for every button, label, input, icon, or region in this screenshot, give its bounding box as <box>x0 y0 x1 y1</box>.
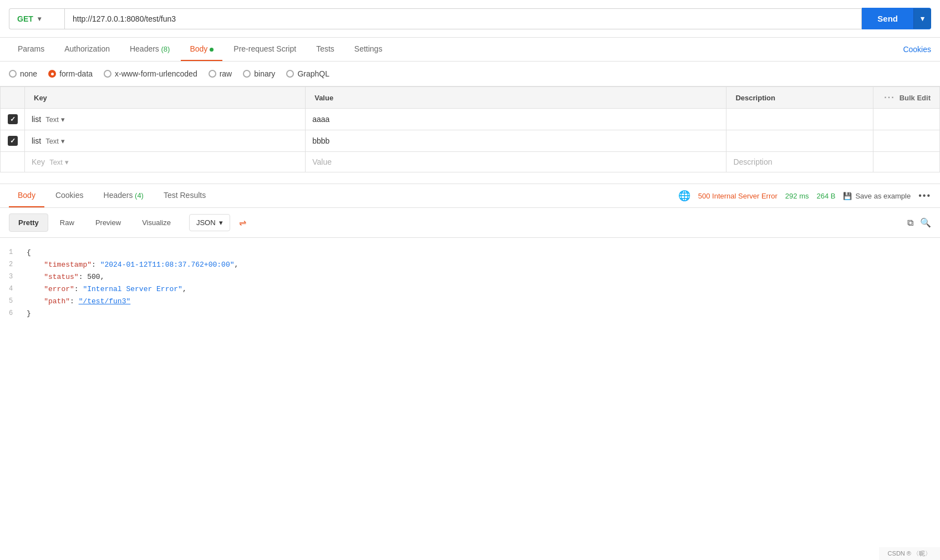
row3-extra <box>873 152 940 172</box>
radio-none-circle <box>9 70 17 78</box>
save-example-label: Save as example <box>855 192 911 200</box>
more-options-icon[interactable]: ··· <box>884 93 895 103</box>
row3-key-placeholder[interactable]: Key <box>32 157 45 166</box>
json-format-label: JSON <box>196 218 216 227</box>
row1-value-cell[interactable]: aaaa <box>306 109 726 130</box>
code-line-6: 6 } <box>0 308 940 320</box>
radio-none[interactable]: none <box>9 69 37 78</box>
method-chevron: ▾ <box>38 15 41 23</box>
row2-checkbox[interactable] <box>8 136 18 146</box>
response-time: 292 ms <box>785 192 809 200</box>
table-row: Key Text ▾ Value Description <box>1 152 940 172</box>
fmt-tab-visualize[interactable]: Visualize <box>133 213 180 232</box>
col-description: Description <box>726 87 873 109</box>
row2-checkbox-cell[interactable] <box>1 130 25 152</box>
code-line-5: 5 "path": "/test/fun3" <box>0 296 940 308</box>
method-selector[interactable]: GET ▾ <box>9 8 64 29</box>
row3-type-label: Text <box>49 158 63 166</box>
row1-desc-cell[interactable] <box>726 109 873 130</box>
bulk-edit-label[interactable]: Bulk Edit <box>900 94 931 102</box>
request-tabs: Params Authorization Headers (8) Body Pr… <box>0 38 940 62</box>
row1-type-label: Text <box>45 115 59 124</box>
row2-type-label: Text <box>45 137 59 145</box>
send-button[interactable]: Send ▾ <box>862 8 931 29</box>
save-icon: 💾 <box>843 192 852 200</box>
url-bar: GET ▾ Send ▾ <box>0 0 940 38</box>
resp-tab-headers[interactable]: Headers (4) <box>95 184 153 207</box>
code-line-4: 4 "error": "Internal Server Error", <box>0 283 940 296</box>
row1-type-dropdown[interactable]: Text ▾ <box>45 115 65 124</box>
row2-key[interactable]: list <box>32 136 41 145</box>
format-tabs-bar: Pretty Raw Preview Visualize JSON ▾ ⇌ ⧉ … <box>0 208 940 238</box>
send-chevron[interactable]: ▾ <box>913 8 931 29</box>
tab-tests[interactable]: Tests <box>307 38 343 61</box>
row1-checkbox-cell[interactable] <box>1 109 25 130</box>
row1-checkbox[interactable] <box>8 114 18 124</box>
code-view: 1 { 2 "timestamp": "2024-01-12T11:08:37.… <box>0 238 940 329</box>
row3-type-dropdown[interactable]: Text ▾ <box>49 158 69 166</box>
send-label: Send <box>862 8 913 29</box>
tab-settings[interactable]: Settings <box>345 38 392 61</box>
resp-tab-cookies[interactable]: Cookies <box>47 184 93 207</box>
url-input[interactable] <box>64 8 862 29</box>
table-row: list Text ▾ bbbb <box>1 130 940 152</box>
method-label: GET <box>17 14 33 23</box>
row3-type-chevron: ▾ <box>65 158 69 166</box>
response-section: Body Cookies Headers (4) Test Results 🌐 … <box>0 184 940 329</box>
json-format-chevron: ▾ <box>219 218 223 227</box>
radio-form-data[interactable]: form-data <box>48 69 93 78</box>
tab-params[interactable]: Params <box>9 38 53 61</box>
globe-icon: 🌐 <box>678 190 690 202</box>
table-row: list Text ▾ aaaa <box>1 109 940 130</box>
tab-pre-request[interactable]: Pre-request Script <box>225 38 305 61</box>
row2-value-cell[interactable]: bbbb <box>306 130 726 152</box>
cookies-link[interactable]: Cookies <box>903 45 931 54</box>
save-example-button[interactable]: 💾 Save as example <box>843 192 911 200</box>
radio-urlencoded[interactable]: x-www-form-urlencoded <box>104 69 197 78</box>
row3-desc-placeholder: Description <box>733 157 772 166</box>
row2-type-dropdown[interactable]: Text ▾ <box>45 137 65 145</box>
response-tabs-bar: Body Cookies Headers (4) Test Results 🌐 … <box>0 184 940 208</box>
tab-headers[interactable]: Headers (8) <box>121 38 179 61</box>
body-type-selector: none form-data x-www-form-urlencoded raw… <box>0 62 940 86</box>
format-icons-right: ⧉ 🔍 <box>907 217 931 228</box>
resp-tab-body[interactable]: Body <box>9 184 44 207</box>
json-format-selector[interactable]: JSON ▾ <box>189 214 230 231</box>
body-dot <box>210 48 214 52</box>
status-badge: 500 Internal Server Error <box>698 192 778 200</box>
resp-tab-test-results[interactable]: Test Results <box>155 184 215 207</box>
code-line-2: 2 "timestamp": "2024-01-12T11:08:37.762+… <box>0 259 940 271</box>
row3-key-cell: Key Text ▾ <box>25 152 306 172</box>
response-more-icon[interactable]: ••• <box>918 191 931 201</box>
fmt-tab-pretty[interactable]: Pretty <box>9 213 48 232</box>
radio-graphql[interactable]: GraphQL <box>286 69 329 78</box>
row3-desc-cell[interactable]: Description <box>726 152 873 172</box>
fmt-tab-preview[interactable]: Preview <box>86 213 130 232</box>
row1-extra <box>873 109 940 130</box>
form-table-wrapper: Key Value Description ··· Bulk Edit <box>0 86 940 172</box>
code-line-3: 3 "status": 500, <box>0 271 940 283</box>
col-checkbox <box>1 87 25 109</box>
row3-value-placeholder: Value <box>312 157 332 166</box>
row2-key-cell: list Text ▾ <box>25 130 306 152</box>
fmt-tab-raw[interactable]: Raw <box>50 213 84 232</box>
row1-key-cell: list Text ▾ <box>25 109 306 130</box>
row2-desc-cell[interactable] <box>726 130 873 152</box>
wrap-icon[interactable]: ⇌ <box>239 217 246 228</box>
col-bulk: ··· Bulk Edit <box>873 87 940 109</box>
row1-type-chevron: ▾ <box>61 115 65 124</box>
search-icon[interactable]: 🔍 <box>920 217 931 228</box>
response-meta: 🌐 500 Internal Server Error 292 ms 264 B… <box>678 190 931 202</box>
row1-key[interactable]: list <box>32 115 41 124</box>
code-line-1: 1 { <box>0 247 940 259</box>
col-key: Key <box>25 87 306 109</box>
row2-extra <box>873 130 940 152</box>
tab-body[interactable]: Body <box>181 38 222 61</box>
row3-checkbox-cell <box>1 152 25 172</box>
copy-icon[interactable]: ⧉ <box>907 218 913 228</box>
radio-raw[interactable]: raw <box>209 69 232 78</box>
tab-authorization[interactable]: Authorization <box>55 38 119 61</box>
radio-urlencoded-circle <box>104 70 111 78</box>
radio-binary[interactable]: binary <box>243 69 275 78</box>
row3-value-cell[interactable]: Value <box>306 152 726 172</box>
